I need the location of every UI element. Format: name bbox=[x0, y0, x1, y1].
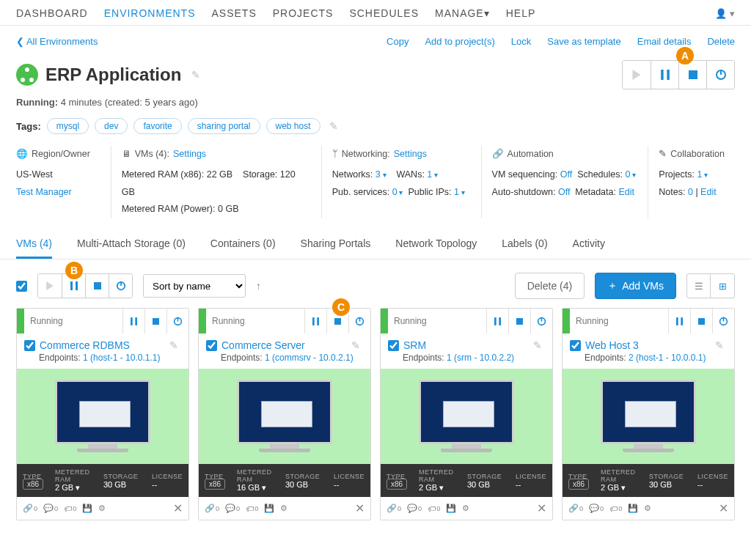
select-all-checkbox[interactable] bbox=[16, 281, 27, 292]
remove-vm-icon[interactable]: ✕ bbox=[355, 501, 364, 515]
tag-count-icon[interactable]: 🏷0 bbox=[609, 504, 622, 513]
tag-count-icon[interactable]: 🏷0 bbox=[64, 504, 76, 513]
tag[interactable]: sharing portal bbox=[188, 118, 260, 134]
view-list-icon[interactable]: ☰ bbox=[687, 274, 711, 298]
vm-poweroff-button[interactable] bbox=[166, 309, 188, 334]
sort-select[interactable]: Sort by name bbox=[143, 274, 246, 298]
edit-title-icon[interactable]: ✎ bbox=[188, 69, 203, 81]
nav-environments[interactable]: ENVIRONMENTS bbox=[104, 7, 196, 19]
vm-poweroff-button[interactable] bbox=[712, 309, 734, 334]
vm-thumbnail[interactable] bbox=[199, 369, 370, 464]
wans-dropdown[interactable]: 1 bbox=[427, 169, 438, 180]
vm-thumbnail[interactable] bbox=[17, 369, 188, 464]
spec-ram-value[interactable]: 16 GB ▾ bbox=[237, 483, 285, 493]
nav-help[interactable]: HELP bbox=[506, 7, 536, 19]
vmseq-link[interactable]: Off bbox=[560, 169, 572, 180]
action-lock[interactable]: Lock bbox=[511, 36, 531, 47]
vms-settings-link[interactable]: Settings bbox=[173, 146, 206, 163]
vm-checkbox[interactable] bbox=[24, 340, 35, 351]
net-count-icon[interactable]: 🔗0 bbox=[205, 504, 219, 513]
vm-name-link[interactable]: Commerce RDBMS bbox=[40, 339, 130, 351]
sort-direction-icon[interactable]: ↑ bbox=[256, 280, 261, 292]
publicips-dropdown[interactable]: 1 bbox=[454, 187, 465, 197]
endpoints-link[interactable]: 1 (commsrv - 10.0.2.1) bbox=[265, 353, 353, 363]
delete-selected-button[interactable]: Delete (4) bbox=[515, 273, 585, 299]
metadata-edit-link[interactable]: Edit bbox=[618, 187, 634, 197]
pubservices-dropdown[interactable]: 0 bbox=[392, 187, 403, 197]
endpoints-link[interactable]: 1 (srm - 10.0.2.2) bbox=[447, 353, 514, 363]
networking-settings-link[interactable]: Settings bbox=[394, 146, 427, 163]
gear-icon[interactable]: ⚙ bbox=[98, 504, 106, 513]
endpoints-link[interactable]: 1 (host-1 - 10.0.1.1) bbox=[83, 353, 160, 363]
tab-sharing[interactable]: Sharing Portals bbox=[301, 237, 371, 259]
gear-icon[interactable]: ⚙ bbox=[280, 504, 287, 513]
tag-count-icon[interactable]: 🏷0 bbox=[246, 504, 258, 513]
schedules-dropdown[interactable]: 0 bbox=[625, 169, 636, 180]
chat-count-icon[interactable]: 💬0 bbox=[225, 504, 240, 513]
nav-schedules[interactable]: SCHEDULES bbox=[349, 7, 419, 19]
edit-vm-icon[interactable]: ✎ bbox=[712, 339, 727, 351]
tab-vms[interactable]: VMs (4) bbox=[16, 237, 52, 259]
vm-checkbox[interactable] bbox=[206, 340, 217, 351]
gear-icon[interactable]: ⚙ bbox=[462, 504, 469, 513]
tab-multiattach[interactable]: Multi-Attach Storage (0) bbox=[77, 237, 186, 259]
nav-projects[interactable]: PROJECTS bbox=[273, 7, 334, 19]
env-stop-button[interactable] bbox=[678, 61, 706, 89]
spec-ram-value[interactable]: 2 GB ▾ bbox=[55, 483, 103, 493]
disk-icon[interactable]: 💾 bbox=[628, 504, 638, 513]
vm-thumbnail[interactable] bbox=[381, 369, 552, 464]
action-email-details[interactable]: Email details bbox=[637, 36, 692, 47]
edit-vm-icon[interactable]: ✎ bbox=[530, 339, 545, 351]
net-count-icon[interactable]: 🔗0 bbox=[568, 504, 583, 513]
spec-ram-value[interactable]: 2 GB ▾ bbox=[419, 483, 467, 493]
disk-icon[interactable]: 💾 bbox=[82, 504, 92, 513]
vm-pause-button[interactable] bbox=[486, 309, 508, 334]
chat-count-icon[interactable]: 💬0 bbox=[407, 504, 422, 513]
tag-count-icon[interactable]: 🏷0 bbox=[428, 504, 440, 513]
gear-icon[interactable]: ⚙ bbox=[644, 504, 651, 513]
tab-containers[interactable]: Containers (0) bbox=[210, 237, 276, 259]
chat-count-icon[interactable]: 💬0 bbox=[43, 504, 58, 513]
nav-dashboard[interactable]: DASHBOARD bbox=[16, 7, 88, 19]
action-add-project[interactable]: Add to project(s) bbox=[425, 36, 494, 47]
env-poweroff-button[interactable] bbox=[706, 61, 734, 89]
net-count-icon[interactable]: 🔗0 bbox=[23, 504, 37, 513]
action-copy[interactable]: Copy bbox=[387, 36, 409, 47]
vm-stop-button[interactable] bbox=[144, 309, 166, 334]
tag[interactable]: favorite bbox=[133, 118, 181, 134]
chat-count-icon[interactable]: 💬0 bbox=[589, 504, 604, 513]
view-grid-icon[interactable]: ⊞ bbox=[711, 274, 734, 298]
owner-link[interactable]: Test Manager bbox=[16, 187, 72, 197]
vm-poweroff-button[interactable] bbox=[348, 309, 370, 334]
networks-dropdown[interactable]: 3 bbox=[376, 169, 387, 180]
user-menu[interactable]: 👤 ▾ bbox=[715, 8, 735, 19]
vm-pause-button[interactable] bbox=[304, 309, 326, 334]
edit-vm-icon[interactable]: ✎ bbox=[166, 339, 181, 351]
env-run-button[interactable] bbox=[623, 61, 651, 89]
vm-name-link[interactable]: Commerce Server bbox=[221, 339, 305, 351]
remove-vm-icon[interactable]: ✕ bbox=[719, 501, 728, 515]
tag[interactable]: mysql bbox=[47, 118, 89, 134]
net-count-icon[interactable]: 🔗0 bbox=[387, 504, 401, 513]
vm-checkbox[interactable] bbox=[570, 340, 581, 351]
tab-activity[interactable]: Activity bbox=[573, 237, 605, 259]
endpoints-link[interactable]: 2 (host-1 - 10.0.0.1) bbox=[629, 353, 706, 363]
autoshutdown-link[interactable]: Off bbox=[558, 187, 570, 197]
notes-link[interactable]: 0 bbox=[688, 187, 693, 197]
env-pause-button[interactable] bbox=[651, 61, 678, 89]
vm-thumbnail[interactable] bbox=[563, 369, 734, 464]
remove-vm-icon[interactable]: ✕ bbox=[537, 501, 546, 515]
vm-stop-button[interactable] bbox=[508, 309, 530, 334]
spec-ram-value[interactable]: 2 GB ▾ bbox=[601, 483, 649, 493]
tag[interactable]: web host bbox=[266, 118, 320, 134]
nav-manage[interactable]: MANAGE▾ bbox=[435, 7, 490, 19]
vm-pause-button[interactable] bbox=[122, 309, 144, 334]
add-vms-button[interactable]: ＋ Add VMs bbox=[595, 273, 676, 299]
vm-checkbox[interactable] bbox=[388, 340, 399, 351]
bulk-stop-button[interactable] bbox=[85, 274, 109, 298]
bulk-poweroff-button[interactable] bbox=[109, 274, 132, 298]
projects-dropdown[interactable]: 1 bbox=[697, 169, 708, 180]
bulk-run-button[interactable] bbox=[38, 274, 62, 298]
vm-pause-button[interactable] bbox=[668, 309, 690, 334]
disk-icon[interactable]: 💾 bbox=[264, 504, 274, 513]
